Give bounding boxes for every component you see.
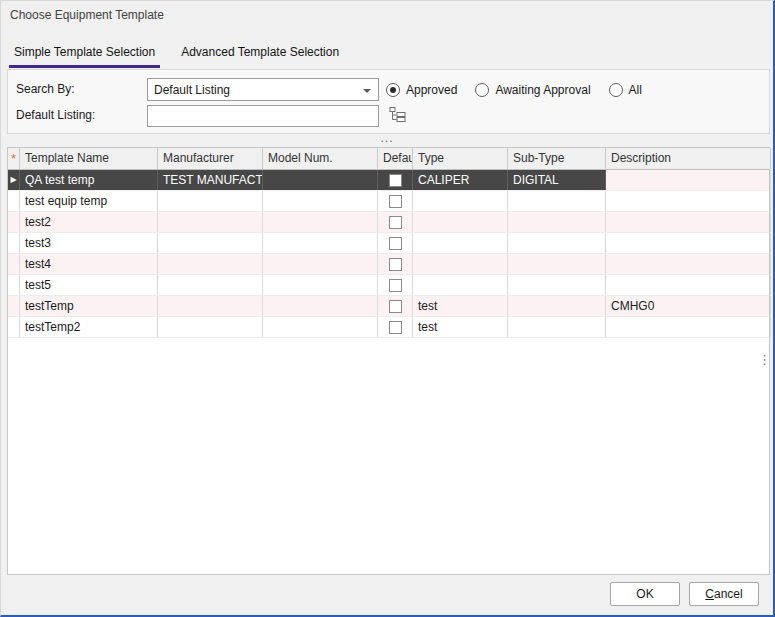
default-cell[interactable] [378,233,413,253]
grid-row-test5[interactable]: test5 [8,275,769,296]
cell[interactable]: test3 [20,233,158,253]
default-cell[interactable] [378,317,413,337]
column-header-sub-type[interactable]: Sub-Type [508,148,606,169]
cell[interactable]: test equip temp [20,191,158,211]
cell[interactable] [606,254,771,274]
cell[interactable] [263,212,378,232]
default-checkbox[interactable] [389,279,402,292]
ok-button[interactable]: OK [610,582,680,606]
search-by-dropdown[interactable]: Default Listing [147,78,379,101]
cell[interactable] [263,233,378,253]
panel-collapse-grip[interactable]: ... [1,133,773,143]
default-checkbox[interactable] [389,258,402,271]
default-checkbox[interactable] [389,237,402,250]
cell[interactable]: testTemp [20,296,158,316]
cell[interactable] [606,212,771,232]
cell[interactable] [158,254,263,274]
vertical-ellipsis-icon[interactable]: ⋮ [758,352,768,367]
default-cell[interactable] [378,170,413,190]
default-listing-input[interactable] [147,105,379,127]
radio-selected-icon [386,83,400,97]
cell[interactable]: CALIPER [413,170,508,190]
cell[interactable] [263,191,378,211]
column-header-defaul[interactable]: Defaul [378,148,413,169]
search-by-selected-value: Default Listing [154,83,230,97]
column-header-template-name[interactable]: Template Name [20,148,158,169]
radio-all[interactable]: All [609,83,642,97]
default-cell[interactable] [378,212,413,232]
column-header-model-num-[interactable]: Model Num. [263,148,378,169]
cell[interactable] [263,254,378,274]
tab-advanced-template-selection[interactable]: Advanced Template Selection [176,42,344,68]
radio-awaiting-approval[interactable]: Awaiting Approval [475,83,590,97]
cell[interactable]: TEST MANUFACTUR [158,170,263,190]
cell[interactable] [158,296,263,316]
grid-row-testtemp[interactable]: testTemptestCMHG0 [8,296,769,317]
tab-label: Simple Template Selection [14,45,155,59]
cell[interactable] [263,275,378,295]
column-header-description[interactable]: Description [606,148,771,169]
cell[interactable] [158,212,263,232]
cell[interactable] [263,296,378,316]
approval-radio-group: Approved Awaiting Approval All [386,78,642,101]
cell[interactable] [263,170,378,190]
cell[interactable] [413,212,508,232]
cell[interactable] [413,191,508,211]
cell[interactable] [606,317,771,337]
column-header-type[interactable]: Type [413,148,508,169]
radio-approved[interactable]: Approved [386,83,457,97]
cell[interactable] [508,233,606,253]
cell[interactable] [158,275,263,295]
cell[interactable] [508,296,606,316]
dialog-titlebar[interactable]: Choose Equipment Template [1,1,773,31]
default-checkbox[interactable] [389,195,402,208]
cancel-accelerator: C [705,587,714,601]
grid-row-testtemp2[interactable]: testTemp2test [8,317,769,338]
default-checkbox[interactable] [389,216,402,229]
column-header-manufacturer[interactable]: Manufacturer [158,148,263,169]
cell[interactable] [606,170,771,190]
cell[interactable] [158,233,263,253]
cell[interactable] [606,191,771,211]
cell[interactable]: testTemp2 [20,317,158,337]
cell[interactable] [158,191,263,211]
grid-row-test-equip-temp[interactable]: test equip temp [8,191,769,212]
grid-row-qa-test-temp[interactable]: ▶QA test tempTEST MANUFACTURCALIPERDIGIT… [8,170,769,191]
cancel-button[interactable]: Cancel [689,582,759,606]
cell[interactable]: DIGITAL [508,170,606,190]
row-indicator-cell [8,296,20,316]
cell[interactable] [508,317,606,337]
tab-simple-template-selection[interactable]: Simple Template Selection [9,42,160,68]
cell[interactable]: CMHG0 [606,296,771,316]
default-cell[interactable] [378,296,413,316]
grid-row-test4[interactable]: test4 [8,254,769,275]
cell[interactable]: QA test temp [20,170,158,190]
cell[interactable] [158,317,263,337]
cell[interactable] [413,275,508,295]
default-listing-label: Default Listing: [16,104,95,127]
listing-picker-icon[interactable] [389,106,406,123]
cell[interactable]: test [413,317,508,337]
grid-row-test2[interactable]: test2 [8,212,769,233]
default-checkbox[interactable] [389,321,402,334]
cell[interactable] [508,212,606,232]
cell[interactable] [508,275,606,295]
cell[interactable] [606,233,771,253]
default-checkbox[interactable] [389,174,402,187]
default-checkbox[interactable] [389,300,402,313]
cell[interactable]: test2 [20,212,158,232]
cell[interactable] [413,233,508,253]
cell[interactable] [606,275,771,295]
cell[interactable] [263,317,378,337]
default-cell[interactable] [378,275,413,295]
cell[interactable]: test5 [20,275,158,295]
grid-row-test3[interactable]: test3 [8,233,769,254]
cell[interactable] [508,191,606,211]
cell[interactable] [508,254,606,274]
search-panel: Search By: Default Listing Approved Awai… [7,69,770,134]
default-cell[interactable] [378,254,413,274]
cell[interactable]: test [413,296,508,316]
cell[interactable] [413,254,508,274]
default-cell[interactable] [378,191,413,211]
cell[interactable]: test4 [20,254,158,274]
